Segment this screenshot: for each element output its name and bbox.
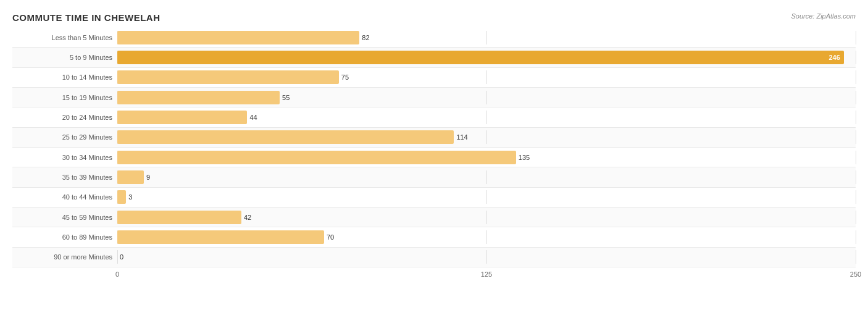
bar-label: 35 to 39 Minutes <box>12 174 117 181</box>
bar-value: 42 <box>244 214 251 221</box>
bar-value: 114 <box>456 133 467 141</box>
bar-track: 135 <box>117 151 856 164</box>
bar-track: 70 <box>117 230 856 244</box>
bar-label: 25 to 29 Minutes <box>12 133 117 141</box>
chart-container: COMMUTE TIME IN CHEWELAH Source: ZipAtla… <box>0 0 868 323</box>
bar-label: Less than 5 Minutes <box>12 34 117 41</box>
bar-label: 40 to 44 Minutes <box>12 193 117 201</box>
grid-line <box>856 70 856 84</box>
bar-value: 9 <box>146 174 150 181</box>
bar-row: 20 to 24 Minutes44 <box>12 107 856 127</box>
bar-label: 30 to 34 Minutes <box>12 154 117 161</box>
grid-line <box>486 230 487 244</box>
bar-fill: 114 <box>117 130 454 144</box>
bar-row: Less than 5 Minutes82 <box>12 28 856 48</box>
bar-track: 42 <box>117 211 856 224</box>
bar-row: 15 to 19 Minutes55 <box>12 88 856 107</box>
grid-line <box>486 170 487 184</box>
x-axis-tick: 125 <box>481 271 492 278</box>
grid-line <box>856 51 856 64</box>
bar-label: 15 to 19 Minutes <box>12 94 117 101</box>
bar-track: 114 <box>117 130 856 144</box>
bar-fill: 9 <box>117 170 144 184</box>
source-text: Source: ZipAtlas.com <box>791 12 856 20</box>
grid-line <box>856 31 856 44</box>
grid-line <box>486 250 487 264</box>
bar-value: 82 <box>362 34 369 41</box>
bar-row: 35 to 39 Minutes9 <box>12 167 856 187</box>
bar-fill: 44 <box>117 111 247 124</box>
grid-line <box>856 91 856 104</box>
grid-line <box>486 211 487 224</box>
chart-title: COMMUTE TIME IN CHEWELAH <box>12 12 856 23</box>
bar-label: 90 or more Minutes <box>12 253 117 261</box>
grid-line <box>856 170 856 184</box>
bar-track: 82 <box>117 31 856 44</box>
bar-fill: 246 <box>117 51 844 64</box>
bar-track: 75 <box>117 70 856 84</box>
bar-row: 10 to 14 Minutes75 <box>12 68 856 88</box>
grid-line <box>856 111 856 124</box>
chart-area: Less than 5 Minutes825 to 9 Minutes24610… <box>12 28 856 289</box>
bar-fill: 75 <box>117 70 339 84</box>
bar-fill: 3 <box>117 190 126 204</box>
bars-area: Less than 5 Minutes825 to 9 Minutes24610… <box>12 28 856 267</box>
bar-track: 9 <box>117 170 856 184</box>
grid-line <box>486 70 487 84</box>
bar-fill: 70 <box>117 230 324 244</box>
bar-value: 0 <box>120 253 123 261</box>
grid-line <box>856 151 856 164</box>
grid-line <box>856 230 856 244</box>
bar-row: 30 to 34 Minutes135 <box>12 148 856 167</box>
x-axis-tick: 250 <box>850 271 861 278</box>
bar-row: 90 or more Minutes0 <box>12 248 856 267</box>
x-axis: 0125250 <box>117 267 856 289</box>
bar-track: 246 <box>117 51 856 64</box>
bar-value: 246 <box>829 54 840 61</box>
grid-line <box>486 91 487 104</box>
bar-track: 44 <box>117 111 856 124</box>
grid-line <box>856 130 856 144</box>
bar-label: 60 to 89 Minutes <box>12 233 117 241</box>
grid-line <box>856 250 856 264</box>
grid-line <box>486 111 487 124</box>
bar-track: 3 <box>117 190 856 204</box>
grid-line <box>486 190 487 204</box>
grid-line <box>856 190 856 204</box>
x-axis-tick: 0 <box>115 271 119 278</box>
bar-value: 44 <box>249 114 257 121</box>
bar-row: 40 to 44 Minutes3 <box>12 188 856 208</box>
bar-row: 5 to 9 Minutes246 <box>12 48 856 67</box>
bar-label: 5 to 9 Minutes <box>12 54 117 61</box>
bar-track: 0 <box>117 250 856 264</box>
bar-value: 3 <box>128 193 132 201</box>
bar-label: 20 to 24 Minutes <box>12 114 117 121</box>
bar-fill: 82 <box>117 31 359 44</box>
bar-fill: 135 <box>117 151 516 164</box>
grid-line <box>856 211 856 224</box>
grid-line <box>117 250 118 264</box>
grid-line <box>486 130 487 144</box>
bar-label: 45 to 59 Minutes <box>12 214 117 221</box>
bar-row: 60 to 89 Minutes70 <box>12 227 856 247</box>
bar-row: 45 to 59 Minutes42 <box>12 208 856 227</box>
bar-value: 55 <box>282 94 290 101</box>
bar-fill: 42 <box>117 211 241 224</box>
bar-row: 25 to 29 Minutes114 <box>12 128 856 148</box>
bar-track: 55 <box>117 91 856 104</box>
grid-line <box>486 31 487 44</box>
bar-value: 135 <box>519 154 530 161</box>
bar-label: 10 to 14 Minutes <box>12 73 117 81</box>
bar-fill: 55 <box>117 91 280 104</box>
bar-value: 75 <box>341 73 349 81</box>
bar-value: 70 <box>327 233 334 241</box>
